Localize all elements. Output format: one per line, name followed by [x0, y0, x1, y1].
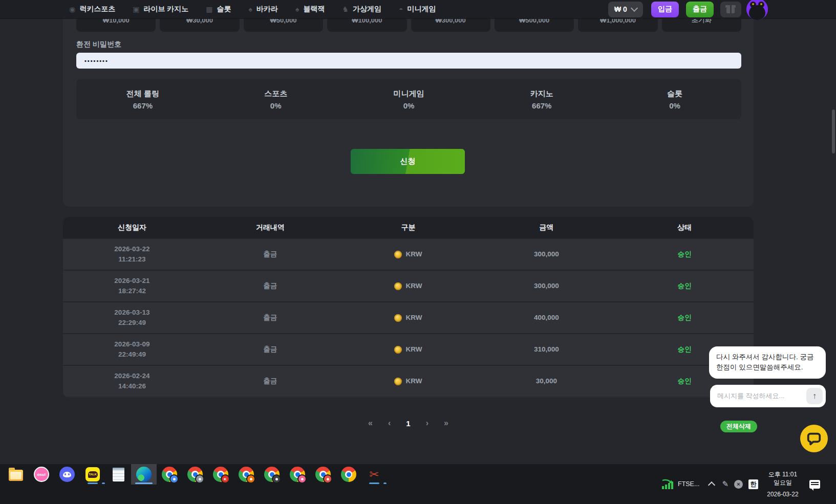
chat-message-bubble: 다시 와주셔서 감사합니다. 궁금한점이 있으면말씀해주세요.	[709, 346, 826, 379]
snipping-tool-icon: ✂	[369, 469, 379, 480]
taskbar-app-chrome-profile-gray[interactable]	[182, 464, 208, 485]
screen: { "navbar": { "items": [ {"label": "럭키스포…	[0, 0, 836, 504]
taskbar-app-notepad[interactable]	[105, 464, 131, 485]
apply-button[interactable]: 신청	[351, 149, 465, 174]
tray-expand-icon[interactable]	[708, 481, 715, 489]
taskbar-app-discord[interactable]	[54, 464, 80, 485]
nav-item[interactable]: ◉ 럭키스포츠	[69, 5, 115, 14]
taskbar-app-chrome-profile-pink[interactable]	[285, 464, 310, 485]
pen-icon[interactable]: ✎	[722, 479, 728, 489]
avatar[interactable]	[746, 0, 768, 20]
table-header: 신청일자거래내역구분금액상태	[63, 217, 754, 238]
ime-korean-indicator[interactable]: 한	[748, 479, 758, 489]
stat-col: 전체 롤링 667%	[76, 89, 209, 110]
stat-col: 미니게임 0%	[342, 89, 476, 110]
gift-button[interactable]	[720, 2, 741, 17]
nav-item[interactable]: ♠ 블랙잭	[295, 5, 325, 14]
slot-machine-icon: ▦	[206, 5, 212, 13]
chat-input[interactable]: 메시지를 작성하세요... ↑	[710, 385, 826, 407]
cell-currency: KRW	[339, 313, 478, 323]
edge-icon	[136, 467, 152, 482]
table-row: 2026-03-2118:27:42 출금 KRW 300,000 승인	[63, 270, 754, 301]
osu-icon: osu!	[34, 467, 49, 482]
table-header-cell: 상태	[615, 223, 754, 232]
system-tray: FTSE... ✎ × 한 오후 11:01 일요일 2026-03-22	[661, 464, 820, 504]
page-current: 1	[406, 419, 410, 428]
cell-amount: 310,000	[477, 344, 615, 355]
running-indicator	[135, 483, 153, 484]
taskbar-app-edge[interactable]	[131, 464, 157, 485]
cell-type: 출금	[201, 376, 339, 386]
tray-clock[interactable]: 오후 11:01 일요일 2026-03-22	[764, 470, 802, 498]
taskbar-app-chrome[interactable]	[336, 464, 361, 485]
history-table: 신청일자거래내역구분금액상태 2026-03-2211:21:23 출금 KRW…	[63, 217, 754, 398]
taskbar-app-chrome-profile-red[interactable]	[310, 464, 336, 485]
stat-label: 슬롯	[667, 89, 682, 99]
tray-time: 오후 11:01	[764, 470, 802, 478]
chat-clear-all-button[interactable]: 전체삭제	[720, 421, 757, 432]
cell-type: 출금	[201, 313, 339, 323]
chat-launcher-button[interactable]	[800, 425, 828, 452]
cell-status: 승인	[615, 281, 754, 291]
nav-item[interactable]: ▦ 슬롯	[206, 5, 231, 14]
stat-value: 0%	[669, 101, 680, 110]
nav-item-label: 미니게임	[407, 5, 436, 14]
taskbar-app-file-explorer[interactable]	[3, 464, 29, 485]
chrome-icon	[315, 467, 331, 482]
window-indicator-extra	[383, 483, 387, 484]
tray-date: 2026-03-22	[764, 490, 802, 498]
chrome-profile-badge	[169, 474, 179, 484]
nav-items: ◉ 럭키스포츠 ▣ 라이브 카지노 ▦ 슬롯 ♠ 바카라 ♠ 블랙잭 ♞ 가상게…	[69, 0, 436, 18]
nav-item[interactable]: ◓ 미니게임	[399, 5, 436, 14]
nav-item[interactable]: ♠ 바카라	[249, 5, 278, 14]
stocks-widget[interactable]: FTSE...	[661, 478, 699, 490]
page-next-button[interactable]: ›	[426, 419, 428, 428]
table-row: 2026-02-2414:40:26 출금 KRW 30,000 승인	[63, 365, 754, 397]
blackjack-spade-icon: ♠	[295, 5, 299, 13]
running-indicator	[88, 483, 98, 484]
taskbar-app-chrome-profile-dark[interactable]	[259, 464, 285, 485]
lucky-sports-icon: ◉	[69, 5, 75, 13]
exchange-password-input[interactable]: ••••••••	[76, 53, 741, 69]
withdraw-button[interactable]: 출금	[686, 2, 714, 17]
page-prev-button[interactable]: ‹	[388, 419, 391, 428]
cell-currency: KRW	[339, 376, 478, 386]
stat-label: 카지노	[530, 89, 553, 99]
page-first-button[interactable]: «	[368, 419, 373, 428]
speech-bubble-icon	[806, 431, 822, 446]
taskbar-app-osu[interactable]: osu!	[29, 464, 54, 485]
table-header-cell: 구분	[339, 223, 478, 232]
taskbar-app-chrome-profile-blue[interactable]	[157, 464, 182, 485]
pagination: « ‹ 1 › »	[63, 419, 754, 428]
cell-type: 출금	[201, 281, 339, 291]
nav-right-cluster: ₩ 0 입금 출금	[608, 1, 768, 17]
cell-type: 출금	[201, 344, 339, 355]
chat-send-button[interactable]: ↑	[806, 388, 823, 404]
taskbar-app-kakaotalk[interactable]: TALK	[80, 464, 105, 485]
window-indicator-extra	[102, 483, 105, 484]
taskbar-app-chrome-profile-k[interactable]: K	[208, 464, 233, 485]
deposit-button[interactable]: 입금	[651, 2, 679, 17]
cell-status: 승인	[615, 313, 754, 323]
stat-label: 스포츠	[264, 89, 287, 99]
scrollbar-thumb[interactable]	[832, 109, 835, 154]
taskbar-apps: osu! TALK K	[3, 464, 387, 485]
table-header-cell: 거래내역	[201, 223, 339, 232]
balance-dropdown[interactable]: ₩ 0	[608, 2, 643, 17]
cell-currency: KRW	[339, 281, 478, 291]
nav-item[interactable]: ▣ 라이브 카지노	[133, 5, 188, 14]
page-last-button[interactable]: »	[444, 419, 448, 428]
exchange-panel: ₩10,000₩30,000₩50,000₩100,000₩300,000₩50…	[63, 0, 754, 207]
nav-item[interactable]: ♞ 가상게임	[342, 5, 381, 14]
cell-date: 2026-03-2118:27:42	[63, 276, 201, 296]
cell-currency: KRW	[339, 344, 478, 355]
nav-item-label: 라이브 카지노	[143, 5, 188, 14]
nav-item-label: 럭키스포츠	[79, 5, 115, 14]
taskbar-app-snipping-tool[interactable]: ✂	[361, 464, 387, 485]
cell-amount: 30,000	[477, 376, 615, 386]
notification-center-icon[interactable]	[809, 480, 820, 489]
gift-icon	[726, 8, 735, 13]
nav-item-label: 가상게임	[353, 5, 381, 14]
close-circle-icon[interactable]: ×	[734, 480, 743, 489]
taskbar-app-chrome-profile-orange[interactable]	[233, 464, 259, 485]
